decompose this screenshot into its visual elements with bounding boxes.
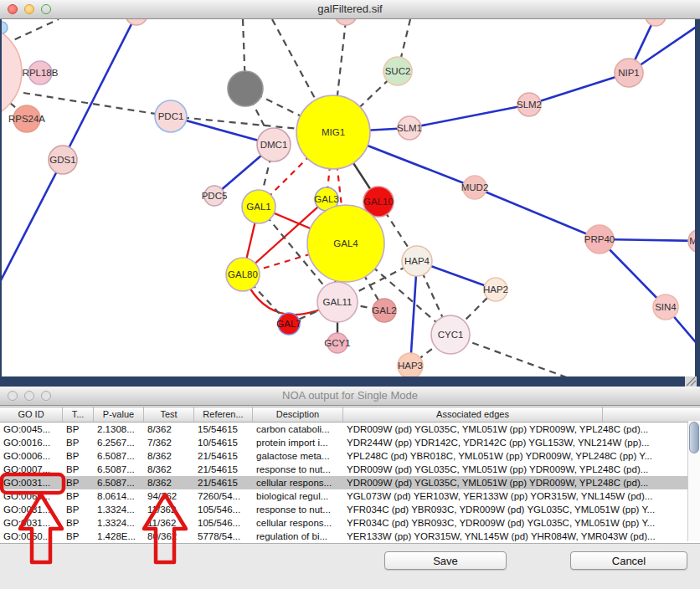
table-cell: response to nut... [253, 503, 343, 516]
network-canvas[interactable]: RPL18BRPS24AGDS1PDC1MIG1SUC2SLM1SLM2NIP1… [0, 19, 700, 387]
graph-node-HAP3[interactable]: HAP3 [398, 353, 423, 378]
graph-node-MIG1[interactable]: MIG1 [296, 95, 370, 169]
graph-node-label: MSN [689, 236, 700, 246]
graph-node-label: GDS1 [49, 155, 75, 165]
table-cell: BP [63, 489, 94, 503]
graph-node-label: GAL80 [228, 269, 258, 279]
table-cell: 1.3324... [94, 516, 144, 530]
network-graph[interactable]: RPL18BRPS24AGDS1PDC1MIG1SUC2SLM1SLM2NIP1… [0, 19, 700, 387]
resize-grip[interactable] [685, 376, 697, 387]
column-header-go-id[interactable]: GO ID [0, 407, 63, 422]
table-cell: 80/362 [144, 530, 194, 543]
graph-node-label: SLM1 [397, 123, 422, 133]
table-cell: 8/362 [144, 449, 194, 463]
graph-node-SLM2[interactable]: SLM2 [517, 93, 542, 116]
scrollbar-thumb[interactable] [689, 422, 699, 453]
table-header-row: GO IDT...P-valueTestReferen...Desciption… [0, 407, 700, 423]
table-cell: GO:0031... [0, 503, 63, 516]
table-cell: BP [63, 516, 94, 530]
table-cell: 1.428E... [94, 530, 144, 543]
column-header-t[interactable]: T... [63, 407, 94, 422]
table-cell: 21/54615 [194, 476, 253, 489]
table-cell: 6.5087... [94, 476, 144, 489]
graph-node-NIP1[interactable]: NIP1 [615, 59, 643, 87]
graph-node-label: PDC5 [202, 191, 228, 201]
table-cell: 105/546... [194, 516, 253, 530]
table-cell: 11/362 [144, 503, 194, 516]
table-row[interactable]: GO:0006...BP6.5087...8/36221/54615galact… [0, 449, 700, 463]
table-row[interactable]: GO:0031...BP6.5087...8/36221/54615cellul… [0, 476, 700, 489]
graph-node-TINYBLUE[interactable] [0, 22, 8, 33]
table-row[interactable]: GO:0016...BP6.2567...7/36210/54615protei… [0, 436, 700, 449]
cancel-button[interactable]: Cancel [570, 551, 687, 570]
noa-window-titlebar[interactable]: NOA output for Single Mode [0, 387, 700, 406]
graph-node-GDS1[interactable]: GDS1 [49, 146, 77, 174]
graph-node-label: GCY1 [324, 338, 350, 348]
table-cell: BP [63, 423, 94, 436]
table-cell: 8.0614... [94, 489, 144, 503]
column-header-referen[interactable]: Referen... [194, 407, 253, 422]
table-row[interactable]: GO:0031...BP1.3324...11/362105/546...res… [0, 503, 700, 516]
table-row[interactable]: GO:0065...BP8.0614...94/3627260/54...bio… [0, 489, 700, 503]
table-cell: 10/54615 [194, 436, 253, 449]
graph-node-HAP4[interactable]: HAP4 [402, 246, 432, 276]
graph-node-SLM1[interactable]: SLM1 [397, 116, 422, 140]
graph-node-GAL80[interactable]: GAL80 [226, 258, 260, 291]
table-scrollbar[interactable] [687, 421, 700, 541]
column-header-p-value[interactable]: P-value [94, 407, 144, 422]
table-cell: YPL248C (pd) YBR018C, YML051W (pp) YDR00… [343, 449, 700, 463]
table-cell: GO:0050... [0, 530, 63, 543]
graph-node-label: MIG1 [322, 127, 345, 137]
table-cell: YDR009W (pd) YGL035C, YML051W (pp) YDR00… [343, 476, 700, 489]
column-header-desciption[interactable]: Desciption [253, 407, 343, 422]
graph-node-SIN4[interactable]: SIN4 [653, 294, 678, 320]
noa-window-title: NOA output for Single Mode [0, 389, 700, 402]
graph-node-label: PDC1 [158, 111, 184, 121]
table-cell: biological regul... [253, 489, 343, 503]
save-button[interactable]: Save [384, 551, 507, 570]
graph-node-label: SLM2 [517, 100, 542, 110]
table-cell: protein import i... [253, 436, 343, 449]
graph-node-GAL1[interactable]: GAL1 [242, 190, 275, 223]
graph-node-GAL11[interactable]: GAL11 [317, 282, 358, 322]
network-window-titlebar[interactable]: galFiltered.sif [0, 0, 700, 19]
graph-node-label: RPL18B [23, 68, 59, 78]
table-cell: 7/362 [144, 436, 194, 449]
graph-node-GAL7[interactable]: GAL7 [276, 313, 301, 335]
graph-node-label: GAL2 [372, 305, 396, 315]
table-cell: GO:0007... [0, 463, 63, 476]
table-row[interactable]: GO:0007...BP6.5087...8/36221/54615respon… [0, 463, 700, 476]
graph-node-label: GAL10 [363, 197, 394, 207]
table-cell: 8/362 [144, 463, 194, 476]
column-header-filler [603, 407, 700, 422]
table-row[interactable]: GO:0045...BP2.1308...8/36215/54615carbon… [0, 423, 700, 436]
table-row[interactable]: GO:0050...BP1.428E...80/3625778/54...reg… [0, 530, 700, 543]
graph-node-GAL2[interactable]: GAL2 [372, 299, 396, 322]
graph-node-SUC2[interactable]: SUC2 [383, 57, 412, 85]
graph-node-CYC1[interactable]: CYC1 [431, 315, 470, 354]
table-cell: 105/546... [194, 503, 253, 516]
graph-node-DMC1[interactable]: DMC1 [257, 128, 291, 161]
graph-node-label: GAL1 [246, 202, 270, 212]
graph-node-PDC1[interactable]: PDC1 [155, 100, 187, 132]
table-cell: 15/54615 [194, 423, 253, 436]
table-cell: YFR034C (pd) YBR093C, YDR009W (pd) YGL03… [343, 503, 700, 516]
graph-node-PRP40[interactable]: PRP40 [584, 225, 615, 254]
table-cell: YDR009W (pd) YGL035C, YML051W (pp) YDR00… [343, 423, 700, 436]
graph-node-GAL4[interactable]: GAL4 [307, 205, 384, 282]
table-cell: response to nut... [253, 463, 343, 476]
table-cell: YFR034C (pd) YBR093C, YDR009W (pd) YGL03… [343, 516, 700, 530]
graph-node-label: CYC1 [438, 330, 464, 340]
graph-node-GRAY1[interactable] [228, 71, 263, 106]
table-cell: YGL073W (pd) YER103W, YER133W (pp) YOR31… [343, 489, 700, 503]
table-cell: BP [63, 530, 94, 543]
graph-node-label: HAP3 [398, 361, 423, 371]
table-cell: 21/54615 [194, 463, 253, 476]
column-header-associated-edges[interactable]: Associated edges [343, 407, 603, 422]
column-header-test[interactable]: Test [144, 407, 194, 422]
table-cell: YER133W (pp) YOR315W, YNL145W (pd) YHR08… [343, 530, 700, 543]
table-row[interactable]: GO:0031...BP1.3324...11/362105/546...cel… [0, 516, 700, 530]
graph-node-label: HAP4 [404, 256, 430, 266]
graph-node-HAP2[interactable]: HAP2 [483, 278, 508, 301]
table-cell: 2.1308... [94, 423, 144, 436]
